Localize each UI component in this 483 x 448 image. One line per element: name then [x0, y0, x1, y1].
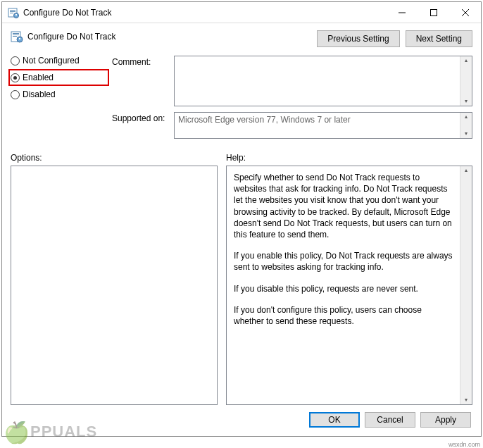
panels: Specify whether to send Do Not Track req… [11, 166, 472, 405]
radio-icon [11, 90, 20, 99]
svg-rect-5 [15, 14, 17, 15]
scroll-up-icon: ▴ [465, 113, 468, 121]
leaf-icon: 🍏 [4, 421, 30, 444]
help-p4: If you don't configure this policy, user… [234, 304, 453, 327]
header-left: Configure Do Not Track [11, 30, 115, 43]
config-right: Comment: ▴ ▾ Supported on: Microsoft Edg… [112, 56, 472, 139]
svg-rect-11 [13, 33, 19, 34]
dialog-window: Configure Do Not Track [1, 1, 482, 437]
svg-rect-13 [13, 36, 17, 37]
client-area: Configure Do Not Track Previous Setting … [2, 23, 481, 436]
mid-labels: Options: Help: [11, 153, 472, 163]
window-title: Configure Do Not Track [23, 8, 386, 18]
svg-rect-2 [10, 11, 15, 12]
minimize-button[interactable] [386, 2, 418, 23]
previous-setting-button[interactable]: Previous Setting [317, 30, 399, 47]
svg-rect-1 [10, 10, 15, 11]
apply-button[interactable]: Apply [420, 412, 471, 428]
supported-display: Microsoft Edge version 77, Windows 7 or … [174, 112, 472, 139]
help-p3: If you disable this policy, requests are… [234, 283, 453, 294]
svg-rect-15 [19, 38, 20, 39]
brand-watermark: 🍏PPUALS [4, 420, 97, 444]
policy-icon [11, 30, 23, 43]
scroll-down-icon: ▾ [465, 97, 468, 106]
radio-icon [11, 73, 20, 82]
scroll-up-icon: ▴ [465, 166, 468, 175]
nav-buttons: Previous Setting Next Setting [317, 30, 472, 47]
help-p1: Specify whether to send Do Not Track req… [234, 172, 453, 240]
radio-enabled[interactable]: Enabled [8, 69, 109, 86]
comment-text [175, 56, 460, 106]
comment-input[interactable]: ▴ ▾ [174, 56, 472, 106]
scrollbar[interactable]: ▴ ▾ [460, 166, 472, 404]
supported-field-row: Supported on: Microsoft Edge version 77,… [112, 112, 472, 139]
cancel-button[interactable]: Cancel [365, 412, 415, 428]
supported-label: Supported on: [112, 112, 168, 139]
next-setting-button[interactable]: Next Setting [406, 30, 472, 47]
scroll-down-icon: ▾ [465, 130, 468, 138]
radio-label: Not Configured [23, 56, 80, 66]
radio-label: Enabled [23, 73, 54, 82]
supported-text: Microsoft Edge version 77, Windows 7 or … [175, 113, 460, 138]
radio-not-configured[interactable]: Not Configured [11, 56, 104, 66]
titlebar: Configure Do Not Track [2, 2, 481, 23]
radio-icon [11, 56, 20, 66]
svg-rect-7 [430, 9, 437, 15]
close-button[interactable] [449, 2, 481, 23]
site-watermark: wsxdn.com [448, 441, 480, 448]
help-label: Help: [226, 153, 246, 163]
comment-label: Comment: [112, 56, 168, 106]
state-radio-group: Not Configured Enabled Disabled [11, 56, 104, 139]
maximize-button[interactable] [418, 2, 449, 23]
options-panel [11, 166, 218, 405]
scroll-up-icon: ▴ [465, 56, 468, 65]
radio-label: Disabled [23, 89, 56, 99]
scroll-down-icon: ▾ [465, 396, 468, 404]
scrollbar[interactable]: ▴ ▾ [460, 56, 472, 106]
window-controls [386, 2, 481, 23]
ok-button[interactable]: OK [309, 412, 360, 428]
comment-field-row: Comment: ▴ ▾ [112, 56, 472, 106]
scrollbar[interactable]: ▴ ▾ [460, 113, 472, 138]
help-content: Specify whether to send Do Not Track req… [227, 166, 460, 404]
help-p2: If you enable this policy, Do Not Track … [234, 250, 453, 273]
options-label: Options: [11, 153, 226, 163]
policy-file-icon [8, 7, 19, 18]
svg-rect-3 [10, 13, 13, 13]
config-row: Not Configured Enabled Disabled Comment: [11, 56, 472, 139]
header-row: Configure Do Not Track Previous Setting … [11, 30, 472, 47]
svg-rect-12 [13, 35, 19, 35]
policy-title: Configure Do Not Track [27, 32, 115, 42]
help-panel: Specify whether to send Do Not Track req… [226, 166, 472, 405]
radio-disabled[interactable]: Disabled [11, 89, 104, 99]
brand-text: PPUALS [30, 423, 97, 440]
